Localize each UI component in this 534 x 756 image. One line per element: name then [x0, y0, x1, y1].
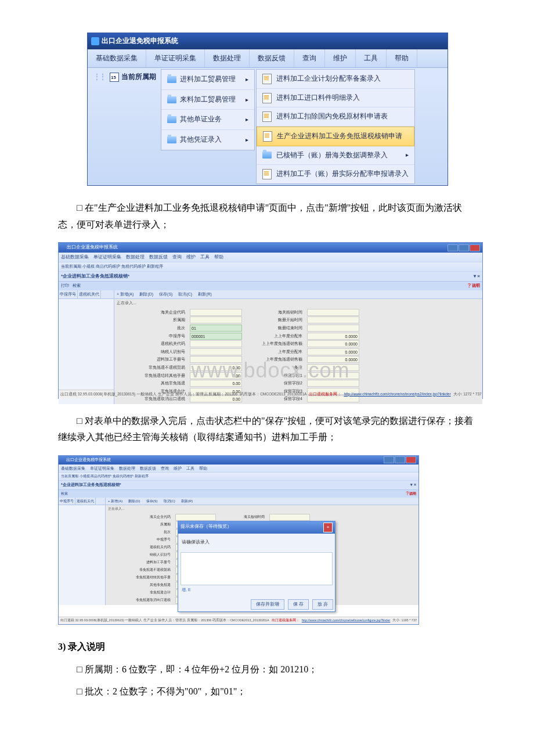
menu-item[interactable]: 基础数据采集: [61, 465, 85, 472]
add-button[interactable]: + 新增(A): [117, 291, 134, 298]
menu-item[interactable]: 数据反馈: [149, 253, 168, 261]
delete-button[interactable]: 删除(D): [139, 291, 153, 298]
menu-item-inbound-trade[interactable]: 进料加工贸易管理▸: [161, 70, 254, 90]
maximize-button[interactable]: [459, 244, 469, 251]
minimize-button[interactable]: [448, 244, 458, 251]
menu-item[interactable]: 数据处理: [126, 253, 145, 261]
menu-item-other-voucher[interactable]: 其他凭证录入▸: [161, 130, 254, 150]
discard-button[interactable]: 放 弃: [312, 599, 333, 610]
menu-query[interactable]: 查询: [294, 49, 325, 68]
help-button[interactable]: ❓说明: [405, 491, 416, 497]
close-button[interactable]: [470, 244, 480, 251]
menu-item[interactable]: 基础数据采集: [61, 253, 89, 261]
field-value[interactable]: [269, 514, 310, 521]
menu-maintain[interactable]: 维护: [325, 49, 356, 68]
field-value[interactable]: 0.00: [190, 372, 242, 379]
menu-tools[interactable]: 工具: [356, 49, 387, 68]
toolbar-row: ⋮⋮ 当前所属期 进料加工贸易管理▸ 来料加工贸易管理▸ 其他单证业务▸ 其他凭…: [88, 68, 448, 185]
submenu-actual-rate[interactable]: 进料加工手（账）册实际分配率申报请录入: [257, 165, 414, 183]
field-value[interactable]: 01: [190, 325, 242, 332]
menu-item[interactable]: 查询: [172, 253, 182, 261]
tab-active[interactable]: *企业进料加工业务免抵退税核销*: [61, 272, 129, 280]
add-button[interactable]: + 新增(A): [108, 498, 122, 505]
dialog-close-button[interactable]: ×: [323, 523, 333, 532]
menu-item[interactable]: 数据反馈: [140, 465, 156, 472]
menu-help[interactable]: 帮助: [387, 49, 417, 68]
menu-item-incoming-trade[interactable]: 来料加工贸易管理▸: [161, 90, 254, 110]
tab-active[interactable]: *企业进料加工业务免抵退税核销*: [61, 481, 121, 489]
status-info: 出口退税 32.95.03.0008(单机版_20130615) 一般纳税人 生…: [60, 618, 269, 624]
field-value[interactable]: 0.00: [190, 380, 242, 387]
field-value[interactable]: [175, 514, 216, 521]
cancel-button[interactable]: 取消(C): [178, 291, 192, 298]
status-link[interactable]: http://www.chniachtfz.com/chrone/vehrone…: [302, 618, 391, 624]
refresh-button[interactable]: 刷新(R): [198, 291, 212, 298]
menu-item[interactable]: 查询: [161, 465, 169, 472]
dialog-textarea[interactable]: [181, 552, 333, 585]
toolbar-search[interactable]: 检索: [61, 491, 68, 497]
field-value[interactable]: [307, 372, 359, 379]
submenu-import-detail[interactable]: 进料加工进口料件明细录入: [257, 89, 414, 108]
menu-data-process[interactable]: 数据处理: [205, 49, 250, 68]
toolbar-print[interactable]: 打印: [61, 282, 69, 290]
toolbar-search[interactable]: 检索: [73, 282, 81, 290]
figure-form-screenshot: 出口企业退免税申报系统 基础数据采集 单证证明采集 数据处理 数据反馈 查询 维…: [58, 242, 476, 398]
field-value[interactable]: [307, 309, 359, 316]
submenu-verified-adjust[interactable]: 已核销手（账）册海关数据调整录入▸: [257, 146, 414, 165]
field-label: 保留字段2: [246, 380, 304, 387]
help-button[interactable]: ❓说明: [467, 282, 480, 290]
field-value[interactable]: 000001: [190, 333, 242, 340]
menu-item[interactable]: 维护: [186, 253, 196, 261]
tab-close[interactable]: ▾ ×: [474, 272, 480, 280]
cancel-button[interactable]: 取消(C): [164, 498, 175, 505]
field-value[interactable]: 0.0000: [307, 356, 359, 363]
save-button[interactable]: 保 存: [288, 599, 309, 610]
field-value[interactable]: [190, 316, 242, 323]
menu-item[interactable]: 维护: [174, 465, 182, 472]
menu-item[interactable]: 工具: [186, 465, 194, 472]
refresh-button[interactable]: 刷新(R): [181, 498, 193, 505]
menu-item[interactable]: 帮助: [199, 465, 207, 472]
submenu-verify-apply[interactable]: 生产企业进料加工业务免抵退税核销申请: [257, 127, 414, 146]
minimize-button[interactable]: [384, 456, 394, 463]
field-value[interactable]: 0.00: [190, 364, 242, 371]
menu-data-feedback[interactable]: 数据反馈: [250, 49, 294, 68]
close-button[interactable]: [406, 456, 416, 463]
submenu-plan-rate[interactable]: 进料加工企业计划分配率备案录入: [257, 70, 414, 89]
menu-cert-collect[interactable]: 单证证明采集: [146, 49, 205, 68]
menu-item[interactable]: 单证证明采集: [90, 465, 114, 472]
field-value[interactable]: [307, 364, 359, 371]
dialog-body: 请确保该录入 增, E: [178, 534, 335, 597]
save-and-add-button[interactable]: 保存并新增: [251, 599, 284, 610]
document-icon: [262, 93, 272, 103]
field-value[interactable]: [190, 340, 242, 347]
menu-item[interactable]: 帮助: [214, 253, 223, 261]
submenu-deduct-domestic[interactable]: 进料加工扣除国内免税原材料申请表: [257, 107, 414, 127]
field-label: 批次: [108, 529, 172, 536]
field-value[interactable]: [307, 380, 359, 387]
status-link[interactable]: http://www.chinachtfz.com/chrone/vshrone…: [344, 391, 450, 398]
menu-item-other-cert[interactable]: 其他单证业务▸: [161, 110, 254, 130]
field-value[interactable]: [190, 309, 242, 316]
delete-button[interactable]: 删除(D): [128, 498, 140, 505]
field-label: 所属期: [108, 521, 172, 528]
field-value[interactable]: [190, 348, 242, 355]
save-button[interactable]: 保存(S): [146, 498, 158, 505]
field-value[interactable]: 0.0000: [307, 333, 359, 340]
field-value[interactable]: [190, 356, 242, 363]
field-value[interactable]: 0.0000: [307, 340, 359, 347]
menu-item[interactable]: 工具: [200, 253, 210, 261]
menu-basic-data[interactable]: 基础数据采集: [88, 49, 146, 68]
field-value[interactable]: [307, 316, 359, 323]
field-value[interactable]: [307, 325, 359, 332]
field-value[interactable]: 0.0000: [307, 348, 359, 355]
maximize-button[interactable]: [395, 456, 405, 463]
field-label: 非免抵退结转其他手册: [117, 372, 186, 380]
save-button[interactable]: 保存(S): [159, 291, 172, 298]
field-label: 非免抵退合计: [108, 589, 172, 596]
menu-item[interactable]: 单证证明采集: [93, 253, 121, 261]
field-label: 纳税人识别号: [108, 552, 172, 559]
field-label: 退税机关代码: [108, 544, 172, 551]
menu-item[interactable]: 数据处理: [119, 465, 135, 472]
tab-close[interactable]: ▾ ×: [410, 481, 416, 489]
